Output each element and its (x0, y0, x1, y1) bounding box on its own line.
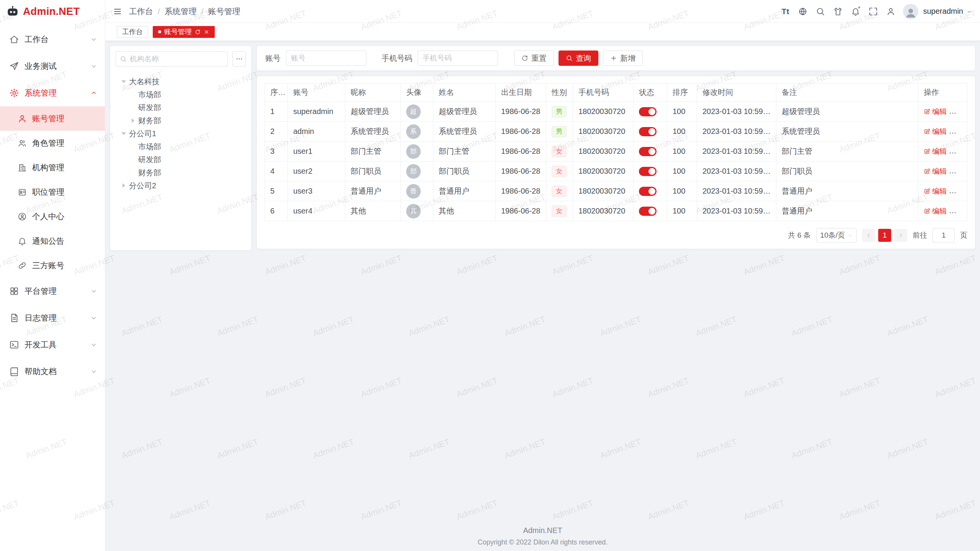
status-toggle[interactable] (639, 127, 657, 136)
username[interactable]: superadmin (923, 7, 963, 16)
person-circle-icon (18, 212, 27, 221)
accounts-table: 序号 账号 昵称 头像 姓名 出生日期 性别 手机号码 状态 排序 (265, 83, 967, 221)
more-actions-button[interactable] (954, 108, 962, 116)
edit-button[interactable]: 编辑 (924, 166, 947, 176)
sidebar-item-system-management[interactable]: 系统管理 (0, 80, 105, 106)
edit-label: 编辑 (932, 206, 947, 216)
goto-page-input[interactable] (933, 228, 955, 243)
profile-icon[interactable] (882, 3, 899, 20)
chevron-down-icon (90, 36, 97, 43)
more-actions-button[interactable] (954, 207, 962, 215)
org-more-button[interactable] (232, 51, 246, 67)
account-input[interactable] (286, 51, 366, 66)
status-toggle[interactable] (639, 107, 657, 116)
sidebar-item-position-management[interactable]: 职位管理 (0, 180, 105, 204)
status-toggle[interactable] (639, 207, 657, 216)
table-row[interactable]: 4 user2 部门职员 部 部门职员 1986-06-28 女 1802003… (265, 161, 967, 181)
theme-icon[interactable] (830, 3, 846, 20)
user-avatar: 超 (406, 104, 421, 119)
table-row[interactable]: 6 user4 其他 其 其他 1986-06-28 女 18020030720… (265, 201, 967, 221)
cell-status (634, 181, 667, 201)
sidebar-item-platform-management[interactable]: 平台管理 (0, 278, 105, 305)
account-label: 账号 (265, 53, 281, 64)
sidebar-item-business-test[interactable]: 业务测试 (0, 53, 105, 80)
more-actions-button[interactable] (954, 187, 962, 195)
search-button[interactable]: 查询 (559, 51, 598, 66)
tree-node[interactable]: 市场部 (116, 140, 246, 153)
org-search-input[interactable] (130, 55, 224, 63)
hamburger-menu-icon[interactable] (108, 0, 127, 23)
fullscreen-icon[interactable] (865, 3, 882, 20)
sidebar-item-third-party-account[interactable]: 三方账号 (0, 253, 105, 278)
tab-account-management[interactable]: 账号管理 (153, 26, 215, 38)
breadcrumb-item[interactable]: 系统管理 (165, 6, 197, 17)
breadcrumb-separator: / (158, 7, 160, 16)
tab-workbench[interactable]: 工作台 (117, 26, 148, 38)
language-icon[interactable] (794, 3, 811, 20)
edit-button[interactable]: 编辑 (924, 186, 947, 196)
tree-node[interactable]: 大名科技 (116, 75, 246, 88)
tree-node[interactable]: 研发部 (116, 101, 246, 114)
tree-node[interactable]: 分公司2 (116, 179, 246, 192)
table-row[interactable]: 1 superadmin 超级管理员 超 超级管理员 1986-06-28 男 … (265, 102, 967, 122)
cell-avatar: 部 (401, 142, 433, 161)
add-button[interactable]: 新增 (603, 51, 643, 66)
chevron-down-icon[interactable] (966, 8, 972, 15)
tree-node[interactable]: 财务部 (116, 114, 246, 127)
more-actions-button[interactable] (954, 128, 962, 135)
sidebar-item-workbench[interactable]: 工作台 (0, 26, 105, 53)
edit-button[interactable]: 编辑 (924, 127, 947, 137)
sidebar-item-role-management[interactable]: 角色管理 (0, 131, 105, 155)
edit-button[interactable]: 编辑 (924, 147, 947, 156)
search-icon[interactable] (812, 3, 829, 20)
breadcrumb-separator: / (201, 7, 204, 16)
status-toggle[interactable] (639, 167, 657, 176)
cell-avatar: 普 (401, 181, 433, 201)
tree-node[interactable]: 研发部 (116, 153, 246, 166)
prev-page-button[interactable] (862, 229, 875, 242)
close-icon[interactable] (204, 29, 209, 35)
table-row[interactable]: 3 user1 部门主管 部 部门主管 1986-06-28 女 1802003… (265, 142, 967, 161)
reset-button[interactable]: 重置 (514, 51, 554, 66)
sidebar-item-dev-tools[interactable]: 开发工具 (0, 331, 105, 358)
avatar[interactable] (903, 4, 918, 19)
edit-button[interactable]: 编辑 (924, 206, 947, 216)
caret-down-icon[interactable] (119, 77, 128, 86)
table-row[interactable]: 5 user3 普通用户 普 普通用户 1986-06-28 女 1802003… (265, 181, 967, 201)
main-area: 工作台 / 系统管理 / 账号管理 Tt (105, 0, 980, 551)
breadcrumb-item[interactable]: 工作台 (129, 6, 153, 17)
caret-right-icon[interactable] (119, 181, 128, 190)
more-actions-button[interactable] (954, 148, 962, 155)
query-form: 账号 手机号码 重置 查询 (256, 46, 975, 71)
tree-node[interactable]: 市场部 (116, 88, 246, 101)
table-row[interactable]: 2 admin 系统管理员 系 系统管理员 1986-06-28 男 18020… (265, 122, 967, 142)
footer-title: Admin.NET (105, 526, 980, 535)
cell-index: 2 (265, 122, 288, 142)
sidebar-item-organization-management[interactable]: 机构管理 (0, 155, 105, 180)
sidebar-item-notice-announcement[interactable]: 通知公告 (0, 229, 105, 253)
refresh-icon[interactable] (195, 29, 201, 35)
next-page-button[interactable] (894, 229, 907, 242)
page-number-button[interactable]: 1 (878, 229, 891, 242)
tree-node[interactable]: 财务部 (116, 166, 246, 179)
cell-birthdate: 1986-06-28 (496, 142, 546, 161)
cell-status (634, 201, 667, 221)
caret-down-icon[interactable] (119, 129, 128, 138)
edit-icon (924, 148, 930, 155)
sidebar-item-account-management[interactable]: 账号管理 (0, 106, 105, 131)
status-toggle[interactable] (639, 147, 657, 156)
page-size-select[interactable]: 10条/页 (816, 228, 857, 243)
notification-bell-icon[interactable] (847, 3, 864, 20)
caret-right-icon[interactable] (129, 116, 137, 125)
tree-node[interactable]: 分公司1 (116, 127, 246, 140)
font-size-icon[interactable]: Tt (777, 3, 794, 20)
cell-modified: 2023-01-03 10:59:44 (697, 161, 776, 181)
cell-birthdate: 1986-06-28 (496, 181, 546, 201)
status-toggle[interactable] (639, 187, 657, 196)
edit-button[interactable]: 编辑 (924, 107, 947, 117)
sidebar-item-personal-center[interactable]: 个人中心 (0, 204, 105, 229)
sidebar-item-help-docs[interactable]: 帮助文档 (0, 358, 105, 385)
more-actions-button[interactable] (954, 168, 962, 175)
sidebar-item-log-management[interactable]: 日志管理 (0, 305, 105, 331)
phone-input[interactable] (418, 51, 498, 66)
